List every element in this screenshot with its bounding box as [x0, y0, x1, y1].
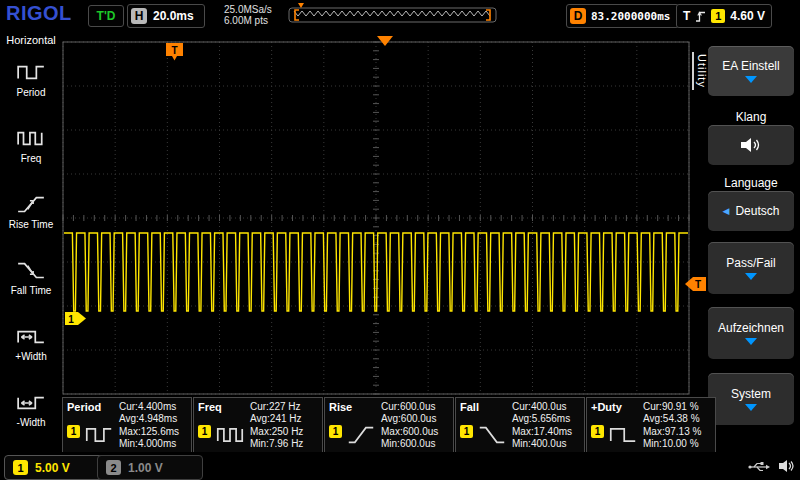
- menu-item-label: Period: [17, 87, 46, 98]
- menu-item-label: Rise Time: [9, 219, 53, 230]
- trigger-box[interactable]: T 1 4.60 V: [676, 4, 772, 28]
- channel1-badge: 1: [13, 460, 28, 475]
- measurement-label: +Duty: [591, 401, 622, 413]
- channel2-badge: 2: [106, 460, 121, 475]
- frequency-icon: [215, 424, 245, 446]
- speaker-icon[interactable]: [778, 458, 796, 474]
- period-icon: [16, 60, 46, 84]
- svg-text:T: T: [171, 45, 177, 56]
- menu-item-label: -Width: [17, 417, 46, 428]
- measurement-row: Period 1 Cur:4.400ms Avg:4.948ms Max:125…: [62, 397, 716, 453]
- measurement-duty: +Duty 1 Cur:90.91 % Avg:54.38 % Max:97.1…: [586, 397, 716, 453]
- menu-item-label: Fall Time: [11, 285, 52, 296]
- minus-width-icon: [16, 390, 46, 414]
- measurement-label: Period: [67, 401, 101, 413]
- measurement-period: Period 1 Cur:4.400ms Avg:4.948ms Max:125…: [62, 397, 192, 453]
- trigger-source-badge: 1: [711, 9, 725, 23]
- channel-badge: 1: [591, 425, 604, 438]
- rising-edge-icon: [695, 10, 706, 23]
- duty-icon: [608, 424, 638, 446]
- measurement-values: Cur:4.400ms Avg:4.948ms Max:125.6ms Min:…: [119, 401, 179, 450]
- rise-time-icon: [16, 192, 46, 216]
- menu-item-label: +Width: [15, 351, 46, 362]
- measurement-values: Cur:400.0us Avg:5.656ms Max:17.40ms Min:…: [512, 401, 572, 450]
- chevron-down-icon: [745, 338, 757, 345]
- measurement-rise: Rise 1 Cur:600.0us Avg:600.0us Max:600.0…: [324, 397, 454, 453]
- delay-value: 83.2000000ms: [591, 10, 670, 23]
- timebase-value: 20.0ms: [153, 9, 194, 23]
- waveform-display: T 1 T: [62, 30, 708, 397]
- speaker-icon: [739, 136, 763, 154]
- channel1-status[interactable]: 1 5.00 V: [4, 455, 110, 480]
- frequency-icon: [16, 126, 46, 150]
- menu-record-button[interactable]: Aufzeichnen: [708, 307, 794, 359]
- measurement-freq: Freq 1 Cur:227 Hz Avg:241 Hz Max:250 Hz …: [193, 397, 323, 453]
- menu-label: EA Einstell: [722, 59, 779, 73]
- d-chip: D: [570, 8, 586, 24]
- channel1-scale: 5.00 V: [35, 461, 70, 475]
- channel-badge: 1: [460, 425, 473, 438]
- channel-badge: 1: [198, 425, 211, 438]
- channel2-scale: 1.00 V: [128, 461, 163, 475]
- h-chip: H: [131, 8, 147, 24]
- left-menu-title: Horizontal: [6, 34, 56, 46]
- trigger-delay-flag[interactable]: T: [166, 43, 183, 61]
- rise-time-icon: [346, 424, 376, 446]
- measurement-values: Cur:227 Hz Avg:241 Hz Max:250 Hz Min:7.9…: [250, 401, 303, 450]
- sample-rate: 25.0MSa/s: [224, 4, 272, 15]
- trigger-level-value: 4.60 V: [730, 9, 765, 23]
- channel2-status[interactable]: 2 1.00 V: [97, 455, 203, 480]
- left-menu-freq[interactable]: Freq: [0, 112, 62, 178]
- usb-icon: [748, 460, 772, 474]
- measurement-label: Freq: [198, 401, 222, 413]
- menu-label: Pass/Fail: [726, 256, 775, 270]
- plus-width-icon: [16, 324, 46, 348]
- menu-system-button[interactable]: System: [708, 373, 794, 425]
- status-bar: 1 5.00 V 2 1.00 V: [0, 452, 800, 480]
- memory-waveform-preview: [294, 11, 490, 16]
- menu-passfail-button[interactable]: Pass/Fail: [708, 242, 794, 294]
- rigol-logo: RIGOL: [6, 2, 72, 25]
- period-icon: [84, 424, 114, 446]
- trigger-position-marker[interactable]: [377, 36, 393, 46]
- memory-depth: 6.00M pts: [224, 15, 272, 26]
- channel-badge: 1: [329, 425, 342, 438]
- measurement-label: Fall: [460, 401, 479, 413]
- left-menu-fall-time[interactable]: Fall Time: [0, 244, 62, 310]
- left-menu-period[interactable]: Period: [0, 46, 62, 112]
- trigger-status-badge: T'D: [88, 5, 124, 27]
- menu-label: Aufzeichnen: [718, 321, 784, 335]
- measurement-values: Cur:90.91 % Avg:54.38 % Max:97.13 % Min:…: [643, 401, 701, 450]
- measurement-fall: Fall 1 Cur:400.0us Avg:5.656ms Max:17.40…: [455, 397, 585, 453]
- left-menu-plus-width[interactable]: +Width: [0, 310, 62, 376]
- fall-time-icon: [477, 424, 507, 446]
- ch1-offset-marker[interactable]: 1: [65, 312, 86, 325]
- menu-item-label: Freq: [21, 153, 42, 164]
- language-value: Deutsch: [735, 204, 779, 218]
- horizontal-timebase-box[interactable]: H 20.0ms: [127, 4, 205, 28]
- menu-label: System: [731, 387, 771, 401]
- menu-io-settings-button[interactable]: EA Einstell: [708, 46, 794, 96]
- left-menu-minus-width[interactable]: -Width: [0, 376, 62, 442]
- menu-sound-button[interactable]: [708, 125, 794, 165]
- chevron-left-icon: ◀: [723, 206, 730, 216]
- channel-badge: 1: [67, 425, 80, 438]
- left-menu-rise-time[interactable]: Rise Time: [0, 178, 62, 244]
- delay-box[interactable]: D 83.2000000ms: [566, 4, 679, 28]
- trigger-label: T: [683, 9, 690, 23]
- memory-trigger-marker: [298, 3, 304, 8]
- graticule: [63, 42, 689, 394]
- memory-position-bar: [288, 3, 498, 24]
- measurement-label: Rise: [329, 401, 352, 413]
- left-menu: Horizontal Period Freq Rise Time: [0, 30, 62, 452]
- menu-sound-label: Klang: [708, 110, 794, 124]
- acquisition-info: 25.0MSa/s 6.00M pts: [224, 4, 272, 26]
- svg-text:1: 1: [68, 314, 74, 325]
- chevron-down-icon: [745, 273, 757, 280]
- top-bar: RIGOL T'D H 20.0ms 25.0MSa/s 6.00M pts D…: [0, 0, 800, 30]
- measurement-values: Cur:600.0us Avg:600.0us Max:600.0us Min:…: [381, 401, 438, 450]
- chevron-down-icon: [745, 404, 757, 411]
- oscilloscope-screen: RIGOL T'D H 20.0ms 25.0MSa/s 6.00M pts D…: [0, 0, 800, 480]
- menu-language-button[interactable]: ◀ Deutsch: [708, 191, 794, 231]
- fall-time-icon: [16, 258, 46, 282]
